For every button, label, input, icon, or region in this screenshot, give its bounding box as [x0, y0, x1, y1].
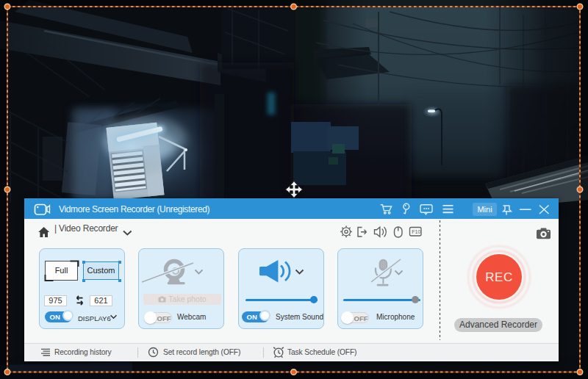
svg-text:F10: F10: [412, 229, 420, 234]
